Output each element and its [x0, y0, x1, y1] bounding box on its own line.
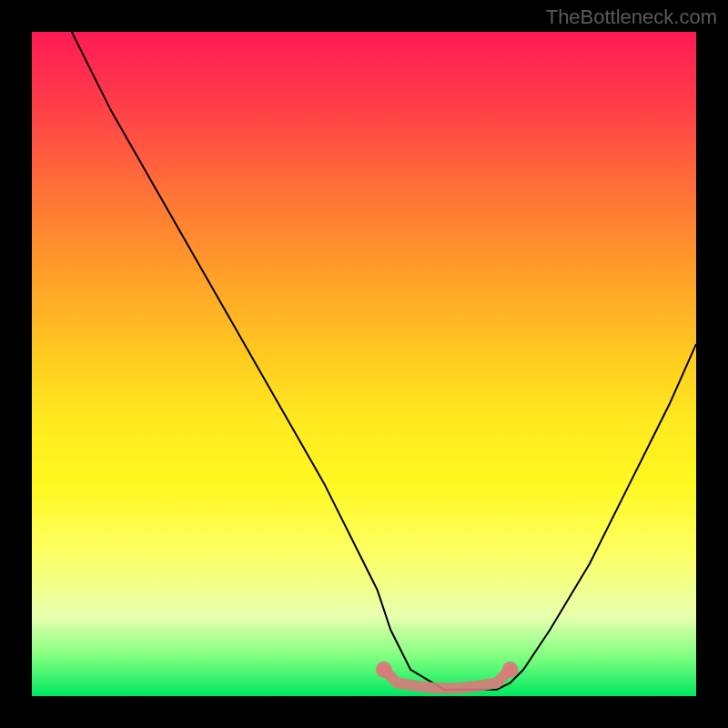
chart-plot-area	[32, 32, 696, 696]
watermark-text: TheBottleneck.com	[546, 5, 717, 29]
svg-point-0	[376, 662, 392, 678]
bottleneck-curve	[72, 32, 696, 690]
svg-point-1	[502, 662, 519, 678]
curve-layer	[32, 32, 696, 696]
marker-band	[376, 662, 519, 688]
